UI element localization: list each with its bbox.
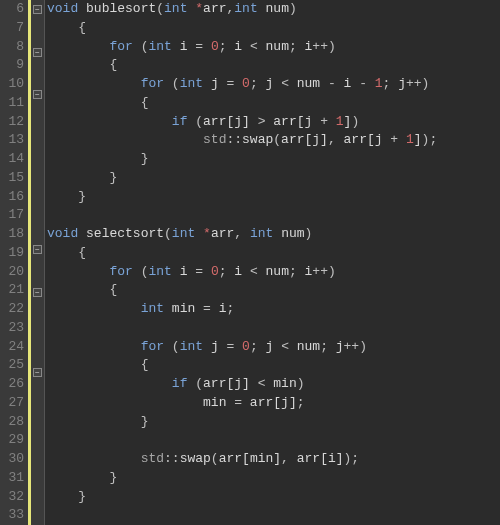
- code-line[interactable]: std::swap(arr[j], arr[j + 1]);: [47, 131, 500, 150]
- fold-gutter: −−−−−−: [31, 0, 45, 525]
- fold-minus-icon[interactable]: −: [33, 368, 42, 377]
- code-line[interactable]: std::swap(arr[min], arr[i]);: [47, 450, 500, 469]
- fold-toggle[interactable]: −: [31, 288, 44, 307]
- code-line[interactable]: void bublesort(int *arr,int num): [47, 0, 500, 19]
- fold-minus-icon[interactable]: −: [33, 288, 42, 297]
- code-line[interactable]: }: [47, 469, 500, 488]
- code-line[interactable]: int min = i;: [47, 300, 500, 319]
- fold-minus-icon[interactable]: −: [33, 5, 42, 14]
- code-line[interactable]: min = arr[j];: [47, 394, 500, 413]
- code-line[interactable]: {: [47, 19, 500, 38]
- token-op: ++: [312, 264, 328, 279]
- token-kw: int: [250, 226, 273, 241]
- code-line[interactable]: [47, 431, 500, 450]
- token-ident: arr: [297, 451, 320, 466]
- token-op: ::: [164, 451, 180, 466]
- token-op: +: [383, 132, 406, 147]
- fold-toggle[interactable]: −: [31, 48, 44, 67]
- code-line[interactable]: {: [47, 94, 500, 113]
- indent: [47, 76, 141, 91]
- token-op: [258, 1, 266, 16]
- token-num: 0: [242, 339, 250, 354]
- line-number: 10: [0, 75, 24, 94]
- token-op: [172, 39, 180, 54]
- fold-guide: [31, 325, 44, 344]
- token-kw: int: [141, 301, 164, 316]
- token-bracket: ]: [414, 132, 422, 147]
- token-kw: for: [141, 76, 164, 91]
- token-brace: }: [109, 170, 117, 185]
- fold-minus-icon[interactable]: −: [33, 90, 42, 99]
- token-op: -: [320, 76, 343, 91]
- code-line[interactable]: }: [47, 169, 500, 188]
- token-bracket: ]: [289, 395, 297, 410]
- token-punc: ): [297, 376, 305, 391]
- fold-toggle[interactable]: −: [31, 5, 44, 24]
- code-line[interactable]: if (arr[j] < min): [47, 375, 500, 394]
- code-line[interactable]: for (int j = 0; j < num - i - 1; j++): [47, 75, 500, 94]
- token-ident: arr: [211, 226, 234, 241]
- code-line[interactable]: }: [47, 413, 500, 432]
- token-kw: int: [164, 1, 187, 16]
- token-ident: arr: [273, 114, 296, 129]
- code-area[interactable]: void bublesort(int *arr,int num) { for (…: [45, 0, 500, 525]
- token-punc: ): [328, 39, 336, 54]
- token-ident: num: [297, 76, 320, 91]
- indent: [47, 414, 141, 429]
- token-brace: {: [78, 20, 86, 35]
- code-line[interactable]: {: [47, 356, 500, 375]
- indent: [47, 95, 141, 110]
- code-line[interactable]: for (int j = 0; j < num; j++): [47, 338, 500, 357]
- token-bracket: [: [242, 451, 250, 466]
- fold-guide: [31, 344, 44, 363]
- token-brace: }: [78, 189, 86, 204]
- code-line[interactable]: [47, 319, 500, 338]
- token-bracket: ]: [242, 114, 250, 129]
- fold-minus-icon[interactable]: −: [33, 48, 42, 57]
- indent: [47, 39, 109, 54]
- token-ident: j: [398, 76, 406, 91]
- token-punc: ,: [281, 451, 297, 466]
- fold-minus-icon[interactable]: −: [33, 245, 42, 254]
- code-line[interactable]: }: [47, 488, 500, 507]
- token-op: [133, 264, 141, 279]
- token-punc: ): [422, 76, 430, 91]
- token-kw: int: [172, 226, 195, 241]
- code-line[interactable]: void selectsort(int *arr, int num): [47, 225, 500, 244]
- token-punc: (: [195, 114, 203, 129]
- indent: [47, 339, 141, 354]
- fold-guide: [31, 221, 44, 240]
- fold-guide: [31, 461, 44, 480]
- code-line[interactable]: {: [47, 281, 500, 300]
- token-ident: num: [266, 264, 289, 279]
- code-line[interactable]: for (int i = 0; i < num; i++): [47, 263, 500, 282]
- code-line[interactable]: for (int i = 0; i < num; i++): [47, 38, 500, 57]
- token-op: [78, 1, 86, 16]
- token-punc: ): [351, 114, 359, 129]
- token-ns: std: [141, 451, 164, 466]
- fold-toggle[interactable]: −: [31, 368, 44, 387]
- token-punc: ;: [226, 301, 234, 316]
- token-op: ::: [226, 132, 242, 147]
- code-line[interactable]: }: [47, 188, 500, 207]
- code-line[interactable]: }: [47, 150, 500, 169]
- fold-guide: [31, 24, 44, 43]
- indent: [47, 451, 141, 466]
- code-editor[interactable]: 6789101112131415161718192021222324252627…: [0, 0, 500, 525]
- token-punc: ): [328, 264, 336, 279]
- token-op: <: [273, 76, 296, 91]
- token-punc: ;: [250, 76, 266, 91]
- code-line[interactable]: if (arr[j] > arr[j + 1]): [47, 113, 500, 132]
- token-op: <: [273, 339, 296, 354]
- code-line[interactable]: [47, 206, 500, 225]
- token-punc: (: [164, 226, 172, 241]
- fold-toggle[interactable]: −: [31, 90, 44, 109]
- indent: [47, 470, 109, 485]
- line-number: 11: [0, 94, 24, 113]
- code-line[interactable]: {: [47, 244, 500, 263]
- code-line[interactable]: {: [47, 56, 500, 75]
- token-ident: arr: [250, 395, 273, 410]
- token-ident: j: [281, 395, 289, 410]
- fold-toggle[interactable]: −: [31, 245, 44, 264]
- code-line[interactable]: [47, 506, 500, 525]
